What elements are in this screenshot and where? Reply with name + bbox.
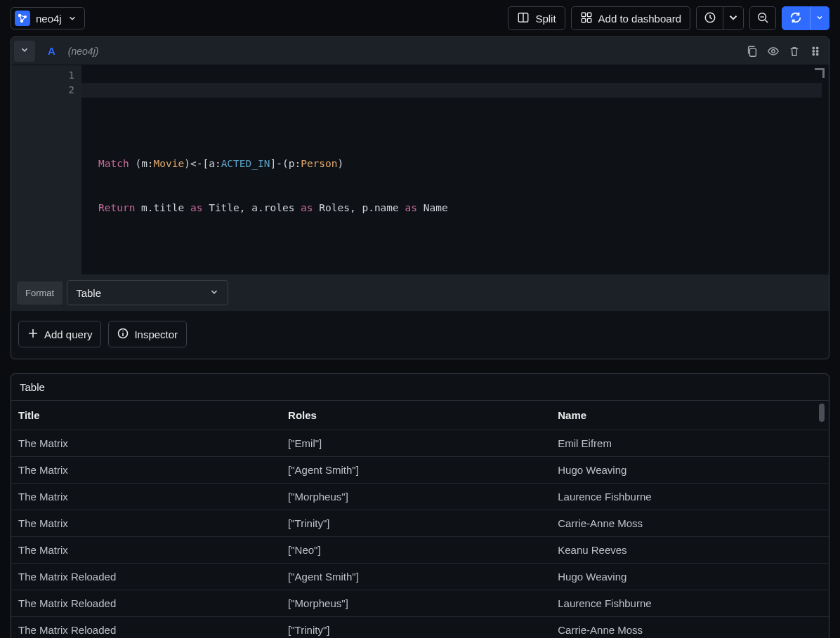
resize-corner-icon — [815, 68, 825, 78]
code-area[interactable]: Match (m:Movie)<-[a:ACTED_IN]-(p:Person)… — [81, 65, 829, 274]
query-footer: Add query Inspector — [11, 311, 829, 359]
copy-button[interactable] — [746, 45, 759, 58]
add-to-dashboard-button[interactable]: Add to dashboard — [571, 6, 690, 30]
svg-point-25 — [123, 330, 124, 331]
inspector-label: Inspector — [134, 328, 178, 340]
table-cell: ["Agent Smith"] — [281, 564, 551, 590]
table-cell: The Matrix Reloaded — [11, 564, 281, 590]
line-number: 2 — [11, 83, 81, 98]
table-cell: The Matrix Reloaded — [11, 617, 281, 638]
run-dropdown[interactable] — [810, 6, 829, 30]
chevron-down-icon — [20, 45, 29, 57]
eye-button[interactable] — [767, 45, 780, 58]
table-row[interactable]: The Matrix["Trinity"]Carrie-Anne Moss — [11, 510, 829, 536]
svg-point-15 — [813, 47, 814, 48]
table-cell: ["Morpheus"] — [281, 590, 551, 616]
svg-rect-5 — [582, 13, 585, 16]
svg-rect-8 — [587, 18, 591, 22]
add-query-label: Add query — [44, 328, 92, 340]
split-icon — [517, 11, 530, 26]
neo4j-logo-icon — [15, 11, 30, 26]
database-selector[interactable]: neo4j — [11, 7, 85, 29]
table-cell: Laurence Fishburne — [551, 590, 829, 616]
table-cell: Hugo Weaving — [551, 457, 829, 483]
format-label: Format — [17, 281, 63, 305]
table-cell: Carrie-Anne Moss — [551, 510, 829, 536]
table-header-row: Title Roles Name — [11, 401, 829, 430]
run-group — [782, 6, 829, 30]
format-row: Format Table — [11, 274, 829, 311]
table-row[interactable]: The Matrix["Neo"]Keanu Reeves — [11, 536, 829, 563]
results-title: Table — [11, 374, 829, 401]
table-cell: ["Emil"] — [281, 430, 551, 456]
column-header[interactable]: Name — [551, 401, 829, 430]
table-cell: ["Trinity"] — [281, 617, 551, 638]
results-card: Table Title Roles Name The Matrix["Emil"… — [11, 373, 829, 638]
table-cell: The Matrix — [11, 430, 281, 456]
scrollbar-thumb[interactable] — [819, 404, 825, 422]
svg-point-16 — [817, 47, 818, 48]
info-icon — [117, 328, 129, 341]
table-row[interactable]: The Matrix Reloaded["Agent Smith"]Hugo W… — [11, 563, 829, 590]
table-cell: Laurence Fishburne — [551, 484, 829, 510]
chevron-down-icon — [209, 287, 219, 299]
table-cell: Hugo Weaving — [551, 564, 829, 590]
table-row[interactable]: The Matrix Reloaded["Trinity"]Carrie-Ann… — [11, 616, 829, 638]
delete-button[interactable] — [788, 45, 801, 58]
history-dropdown[interactable] — [723, 6, 744, 30]
table-cell: The Matrix — [11, 457, 281, 483]
line-number: 1 — [11, 68, 81, 83]
clock-icon — [704, 11, 716, 26]
chevron-down-icon — [727, 11, 740, 26]
active-line-highlight — [81, 83, 822, 98]
toolbar-actions: Split Add to dashboard — [508, 6, 829, 30]
query-header: A (neo4j) — [11, 37, 829, 65]
history-button[interactable] — [696, 6, 723, 30]
code-editor[interactable]: 1 2 Match (m:Movie)<-[a:ACTED_IN]-(p:Per… — [11, 65, 829, 274]
zoom-out-icon — [756, 11, 769, 26]
history-group — [696, 6, 744, 30]
table-row[interactable]: The Matrix Reloaded["Morpheus"]Laurence … — [11, 590, 829, 616]
svg-point-17 — [813, 50, 814, 51]
split-label: Split — [535, 13, 556, 25]
svg-point-18 — [817, 50, 818, 51]
svg-point-14 — [772, 49, 775, 53]
table-cell: ["Morpheus"] — [281, 484, 551, 510]
database-name: neo4j — [36, 13, 62, 25]
svg-point-19 — [813, 53, 814, 55]
column-header[interactable]: Roles — [281, 401, 551, 430]
table-cell: Carrie-Anne Moss — [551, 617, 829, 638]
query-letter: A — [39, 45, 64, 57]
run-button[interactable] — [782, 6, 810, 30]
inspector-button[interactable]: Inspector — [108, 321, 187, 347]
line-gutter: 1 2 — [11, 65, 81, 274]
format-select[interactable]: Table — [67, 280, 228, 305]
zoom-out-button[interactable] — [749, 6, 776, 30]
add-query-button[interactable]: Add query — [18, 321, 101, 347]
dashboard-label: Add to dashboard — [598, 13, 681, 25]
svg-line-11 — [766, 20, 768, 22]
table-row[interactable]: The Matrix["Emil"]Emil Eifrem — [11, 430, 829, 456]
split-button[interactable]: Split — [508, 6, 565, 30]
table-cell: ["Trinity"] — [281, 510, 551, 536]
results-table: Title Roles Name The Matrix["Emil"]Emil … — [11, 401, 829, 638]
refresh-icon — [789, 11, 802, 26]
table-row[interactable]: The Matrix["Morpheus"]Laurence Fishburne — [11, 483, 829, 510]
svg-rect-7 — [582, 18, 585, 22]
table-cell: The Matrix — [11, 510, 281, 536]
column-header[interactable]: Title — [11, 401, 281, 430]
svg-rect-6 — [587, 13, 591, 16]
table-cell: The Matrix Reloaded — [11, 590, 281, 616]
table-cell: The Matrix — [11, 484, 281, 510]
svg-rect-13 — [749, 48, 756, 56]
top-toolbar: neo4j Split Add to dashboard — [0, 0, 840, 36]
table-cell: Keanu Reeves — [551, 537, 829, 563]
collapse-toggle[interactable] — [14, 41, 35, 62]
format-value: Table — [76, 287, 101, 299]
table-row[interactable]: The Matrix["Agent Smith"]Hugo Weaving — [11, 456, 829, 483]
table-cell: ["Neo"] — [281, 537, 551, 563]
drag-handle[interactable] — [809, 45, 822, 58]
table-cell: Emil Eifrem — [551, 430, 829, 456]
query-card: A (neo4j) 1 2 Match (m:M — [11, 36, 829, 359]
dashboard-icon — [580, 11, 593, 26]
